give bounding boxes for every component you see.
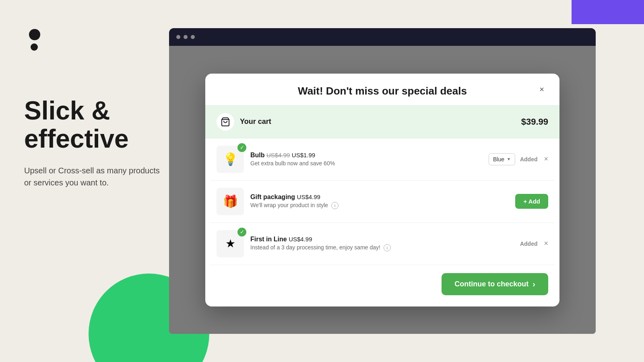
variant-label: Blue [493,156,504,162]
gift-icon: 🎁 [223,194,238,208]
variant-select-bulb[interactable]: Blue ▼ [489,153,515,165]
description: Upsell or Cross-sell as many products or… [24,165,161,189]
close-button[interactable]: × [535,83,548,96]
check-icon-bulb: ✓ [237,143,246,152]
chevron-down-icon: ▼ [507,157,511,161]
checkout-button[interactable]: Continue to checkout › [442,273,548,295]
product-actions-first-in-line: Added × [520,239,548,248]
product-actions-bulb: Blue ▼ Added × [489,153,548,165]
product-row-gift: 🎁 Gift packaging US$4.99 We'll wrap your… [210,181,555,223]
logo-dot-large [29,29,40,40]
product-desc-first-in-line: Instead of a 3 day processing time, enjo… [250,244,514,251]
modal-header: Wait! Don't miss our special deals × [205,74,559,105]
browser-window: Wait! Don't miss our special deals × You… [169,28,596,334]
cart-header: Your cart $39.99 [205,105,559,138]
original-price-bulb: US$4.99 [266,152,290,158]
browser-dot-1 [176,35,180,39]
logo [29,29,40,51]
browser-dot-2 [184,35,188,39]
modal-title: Wait! Don't miss our special deals [298,85,467,97]
headline: Slick & effective [24,97,161,153]
product-row-first-in-line: ★ ✓ First in Line US$4.99 Instead of a 3… [210,223,555,265]
info-icon-first-in-line[interactable]: i [384,244,391,251]
product-desc-bulb: Get extra bulb now and save 60% [250,160,482,167]
cart-total: $39.99 [521,117,548,127]
cart-header-left: Your cart [217,113,271,131]
star-icon: ★ [225,237,235,250]
product-name-bulb: Bulb US$4.99 US$1.99 [250,152,482,159]
bulb-icon: 💡 [223,152,238,166]
remove-first-in-line-button[interactable]: × [544,239,548,248]
added-status-bulb: Added [520,156,538,162]
modal: Wait! Don't miss our special deals × You… [205,74,559,306]
browser-dot-3 [191,35,195,39]
product-info-gift: Gift packaging US$4.99 We'll wrap your p… [250,193,509,209]
logo-dot-small [31,43,38,51]
added-status-first-in-line: Added [520,241,538,247]
product-row-bulb: 💡 ✓ Bulb US$4.99 US$1.99 Get extra bulb … [210,138,555,181]
price-first-in-line: US$4.99 [289,236,312,243]
purple-accent [572,0,644,24]
product-info-first-in-line: First in Line US$4.99 Instead of a 3 day… [250,236,514,251]
left-content: Slick & effective Upsell or Cross-sell a… [24,97,161,189]
sale-price-bulb: US$1.99 [292,152,315,158]
product-actions-gift: + Add [515,194,548,209]
check-icon-first-in-line: ✓ [237,228,246,237]
product-image-bulb: 💡 ✓ [217,146,244,173]
product-name-gift: Gift packaging US$4.99 [250,193,509,201]
add-gift-button[interactable]: + Add [515,194,548,209]
info-icon-gift[interactable]: i [331,202,339,209]
products-list: 💡 ✓ Bulb US$4.99 US$1.99 Get extra bulb … [205,138,559,265]
product-image-gift: 🎁 [217,188,244,215]
browser-content: Wait! Don't miss our special deals × You… [169,46,596,334]
cart-label: Your cart [240,117,271,126]
product-name-first-in-line: First in Line US$4.99 [250,236,514,243]
checkout-label: Continue to checkout [454,280,528,288]
product-desc-gift: We'll wrap your product in style i [250,202,509,209]
remove-bulb-button[interactable]: × [544,155,548,163]
modal-footer: Continue to checkout › [205,265,559,306]
arrow-icon: › [533,280,535,289]
product-image-first-in-line: ★ ✓ [217,230,244,257]
product-info-bulb: Bulb US$4.99 US$1.99 Get extra bulb now … [250,152,482,167]
browser-bar [169,28,596,46]
price-gift: US$4.99 [297,193,320,200]
cart-icon [217,113,234,131]
